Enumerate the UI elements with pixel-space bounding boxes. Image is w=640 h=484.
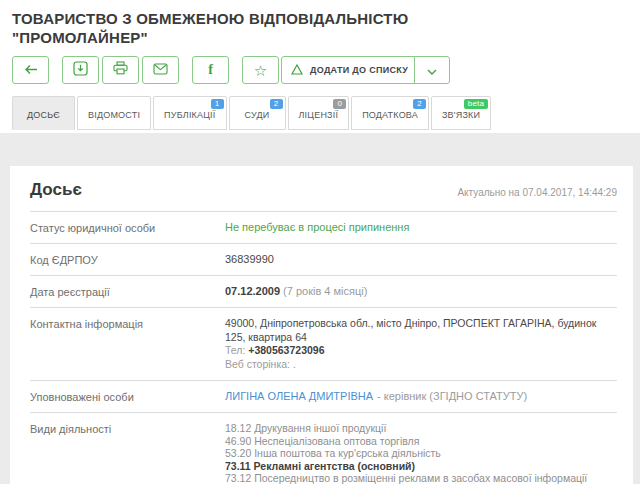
tab-tax[interactable]: 2 ПОДАТКОВА <box>351 96 429 130</box>
tab-licenses[interactable]: 0 ЛІЦЕНЗІЇ <box>288 96 350 130</box>
activity-item: 73.12 Посередництво в розміщенні реклами… <box>225 472 617 484</box>
tab-label: ПУБЛІКАЦІЇ <box>164 110 215 120</box>
toolbar: f ☆ ДОДАТИ ДО СПИСКУ <box>12 56 640 84</box>
print-button[interactable] <box>102 56 139 84</box>
activity-item: 46.90 Неспеціалізована оптова торгівля <box>225 435 617 448</box>
tab-badge: 2 <box>270 99 283 109</box>
phone-value: +380563723096 <box>248 344 324 356</box>
facebook-button[interactable]: f <box>192 56 229 84</box>
website-label: Веб сторінка: <box>225 358 293 370</box>
row-label: Уповноважені особи <box>30 390 225 403</box>
content-area: Досьє Актуально на 07.04.2017, 14:44:29 … <box>0 133 640 484</box>
tab-badge: 1 <box>211 99 224 109</box>
envelope-icon <box>153 61 168 79</box>
back-arrow-icon <box>24 61 38 79</box>
row-label: Дата реєстрації <box>30 285 225 298</box>
tab-label: ЗВ'ЯЗКИ <box>442 110 480 120</box>
row-label: Контактна інформація <box>30 317 225 371</box>
favorite-button[interactable]: ☆ <box>242 56 279 84</box>
contact-address: 49000, Дніпропетровська обл., місто Дніп… <box>225 317 617 344</box>
alert-triangle-icon <box>291 61 303 79</box>
dossier-card: Досьє Актуально на 07.04.2017, 14:44:29 … <box>10 166 633 484</box>
row-officers: Уповноважені особи ЛИГІНА ОЛЕНА ДМИТРІВН… <box>30 380 617 412</box>
tab-label: СУДИ <box>245 110 270 120</box>
row-label: Види діяльності <box>30 422 225 484</box>
officer-person-link[interactable]: ЛИГІНА ОЛЕНА ДМИТРІВНА <box>225 390 373 402</box>
printer-icon <box>113 61 128 79</box>
officer-role: - керівник (ЗГІДНО СТАТУТУ) <box>377 390 527 402</box>
tab-badge: 2 <box>413 99 426 109</box>
registration-duration: (7 років 4 місяці) <box>280 285 367 297</box>
tab-courts[interactable]: 2 СУДИ <box>229 96 286 130</box>
add-to-list-dropdown-button[interactable] <box>414 57 449 83</box>
row-label: Код ЄДРПОУ <box>30 253 225 266</box>
dossier-title: Досьє <box>30 180 82 200</box>
email-button[interactable] <box>142 56 179 84</box>
tab-bar: ДОСЬЄ ВІДОМОСТІ 1 ПУБЛІКАЦІЇ 2 СУДИ 0 ЛІ… <box>12 96 640 130</box>
website-value: . <box>293 358 296 370</box>
row-contact-info: Контактна інформація 49000, Дніпропетров… <box>30 307 617 380</box>
tab-connections[interactable]: beta ЗВ'ЯЗКИ <box>431 96 491 130</box>
add-to-list-label: ДОДАТИ ДО СПИСКУ <box>310 65 402 75</box>
row-edrpou: Код ЄДРПОУ 36839990 <box>30 243 617 275</box>
back-button[interactable] <box>12 56 49 84</box>
row-legal-status: Статус юридичної особи Не перебуває в пр… <box>30 211 617 243</box>
tab-label: ЛІЦЕНЗІЇ <box>299 110 339 120</box>
chevron-down-icon <box>427 61 437 79</box>
edrpou-value: 36839990 <box>225 253 617 266</box>
tab-badge: beta <box>464 99 488 109</box>
add-to-list-split-button: ДОДАТИ ДО СПИСКУ <box>281 56 450 84</box>
dossier-header: Досьє Актуально на 07.04.2017, 14:44:29 <box>30 180 617 211</box>
row-activities: Види діяльності 18.12 Друкування іншої п… <box>30 412 617 484</box>
tab-label: ПОДАТКОВА <box>362 110 418 120</box>
download-icon <box>73 61 88 80</box>
company-profile-page: ТОВАРИСТВО З ОБМЕЖЕНОЮ ВІДПОВІДАЛЬНІСТЮ … <box>0 9 640 484</box>
row-label: Статус юридичної особи <box>30 221 225 234</box>
star-icon: ☆ <box>254 63 267 78</box>
tab-details[interactable]: ВІДОМОСТІ <box>77 96 151 130</box>
tab-label: ДОСЬЄ <box>27 110 60 120</box>
activity-item-main: 73.11 Рекламні агентства (основний) <box>225 460 617 473</box>
tab-label: ВІДОМОСТІ <box>88 110 140 120</box>
registration-date: 07.12.2009 <box>225 285 280 297</box>
tab-publications[interactable]: 1 ПУБЛІКАЦІЇ <box>153 96 226 130</box>
add-to-list-button[interactable]: ДОДАТИ ДО СПИСКУ <box>282 57 414 83</box>
activity-item: 18.12 Друкування іншої продукції <box>225 422 617 435</box>
tab-dossier[interactable]: ДОСЬЄ <box>12 96 75 130</box>
activity-item: 53.20 Інша поштова та кур'єрська діяльні… <box>225 447 617 460</box>
company-name: ТОВАРИСТВО З ОБМЕЖЕНОЮ ВІДПОВІДАЛЬНІСТЮ … <box>12 9 442 47</box>
facebook-icon: f <box>208 62 213 78</box>
row-registration-date: Дата реєстрації 07.12.2009 (7 років 4 мі… <box>30 275 617 307</box>
phone-label: Тел: <box>225 344 248 356</box>
tab-badge: 0 <box>333 99 346 109</box>
download-button[interactable] <box>62 56 99 84</box>
legal-status-value: Не перебуває в процесі припинення <box>225 221 617 234</box>
updated-timestamp: Актуально на 07.04.2017, 14:44:29 <box>457 187 617 200</box>
